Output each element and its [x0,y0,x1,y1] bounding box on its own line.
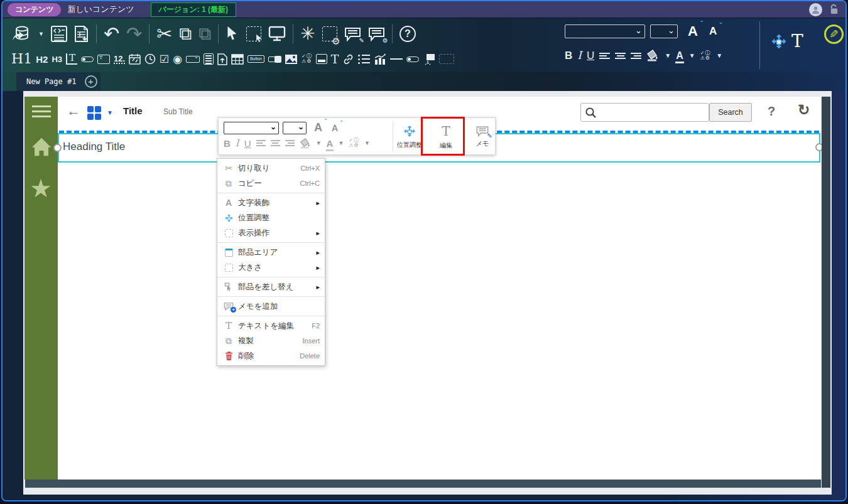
search-button[interactable]: Search [709,103,752,122]
menu-item-position-adjust[interactable]: 位置調整 [217,210,325,225]
copy-widget-button[interactable]: ⧉ [179,25,192,43]
menu-item-cut[interactable]: ✂ 切り取り Ctrl+X [217,161,325,176]
menu-item-duplicate[interactable]: ⧉ 複製 Insert [217,333,325,348]
number-field-button[interactable]: 12. [114,55,125,64]
caret-down-icon[interactable]: ▼ [107,109,113,116]
caret-down-icon[interactable]: ▼ [689,52,695,59]
capsule-button[interactable] [406,56,419,62]
menu-item-add-memo[interactable]: + メモを追加 [217,299,325,314]
underline-button[interactable]: U [587,50,594,61]
menu-hamburger-icon[interactable] [32,105,51,117]
textbox-button[interactable]: T [97,55,110,64]
cut-button[interactable]: ✂ [156,24,172,43]
underline-button[interactable]: U [244,138,251,149]
font-increase-button[interactable]: Aˆ [688,23,698,40]
star-icon[interactable]: ★ [30,176,52,201]
caret-down-icon[interactable]: ▼ [364,140,370,146]
replace-parts-button[interactable] [423,53,435,65]
memo-settings-button[interactable]: ⚙ [368,26,385,41]
memo-edit-button[interactable]: ✎ [344,26,361,41]
caret-down-icon[interactable]: ▼ [716,52,722,59]
time-field-button[interactable] [144,53,156,65]
refresh-icon[interactable]: ↻ [798,102,810,119]
caret-down-icon[interactable]: ▼ [665,52,671,59]
heading2-button[interactable]: H2 [36,55,48,64]
heading-text[interactable]: Heading Title [63,141,125,153]
redo-button[interactable]: ↷ [126,24,142,43]
fill-color-button[interactable] [300,138,311,149]
area-select-button[interactable] [246,26,261,41]
textfield-button[interactable]: T [66,53,77,65]
toggle-button[interactable] [268,56,281,62]
list-button[interactable] [358,55,370,64]
horizontal-scrollbar[interactable] [25,480,821,488]
undo-button[interactable]: ↶ [104,24,119,43]
refresh-parts-button[interactable]: ✳ [300,25,315,43]
checkbox-button[interactable]: ☑ [160,54,169,65]
menu-item-parts-area[interactable]: 部品エリア ▸ [217,245,325,260]
horizontal-rule-button[interactable] [390,58,403,60]
menu-item-size[interactable]: 大きさ ▸ [217,260,325,275]
chart-button[interactable] [374,53,386,65]
file-upload-button[interactable] [217,53,227,65]
bold-button[interactable]: B [224,138,231,149]
back-button[interactable]: ← [67,104,80,118]
font-color-button[interactable]: A [327,138,334,149]
menu-item-text-decoration[interactable]: A 文字装飾 ▸ [217,195,325,210]
help-button[interactable]: ? [400,26,416,42]
font-color-button[interactable]: A [676,51,683,61]
select-mode-button[interactable] [226,26,239,42]
heading3-button[interactable]: H3 [52,55,62,63]
home-icon[interactable] [31,137,52,157]
search-input[interactable] [600,104,705,121]
table-button[interactable] [231,54,244,65]
tab-new-page-1[interactable]: New Page #1 [16,72,86,91]
font-increase-button[interactable]: Aˆ [314,121,322,134]
resize-handle-left[interactable] [53,144,62,152]
menu-item-copy[interactable]: ⧉ コピー Ctrl+C [217,176,325,191]
menu-item-edit-text[interactable]: T テキストを編集 F2 [217,318,325,333]
move-tool-icon[interactable] [770,33,788,50]
preview-button[interactable] [268,26,286,42]
italic-button[interactable]: I [236,137,239,149]
source-view-button[interactable] [51,25,67,43]
text-button[interactable]: T [331,53,339,65]
menu-item-delete[interactable]: 削除 Delete [217,348,325,363]
select-field-button[interactable]: ⌄ [186,56,200,63]
caret-down-icon[interactable]: ▼ [316,140,322,146]
validation-button[interactable]: ✓ⓘ⚠⚙ [302,54,312,64]
menu-item-replace-parts[interactable]: 部品を差し替え ▸ [217,279,325,294]
lock-open-icon[interactable] [829,4,839,15]
italic-button[interactable]: I [577,50,582,61]
vertical-scrollbar[interactable] [822,97,830,488]
align-center-button[interactable] [271,140,280,146]
align-right-button[interactable] [631,53,641,59]
font-size-select[interactable]: ⌄ [650,24,678,38]
bold-button[interactable]: B [565,50,572,61]
menu-item-display-operation[interactable]: 表示操作 ▸ [217,225,325,240]
panel-button[interactable] [316,54,327,64]
button-widget-button[interactable]: Button [247,55,264,63]
publish-caret-icon[interactable]: ▼ [38,31,44,37]
area-placeholder-button[interactable] [439,54,454,64]
align-left-button[interactable] [599,53,610,59]
area-settings-button[interactable]: ⚙ [322,26,337,41]
publish-button[interactable] [11,25,30,43]
align-center-button[interactable] [615,53,626,59]
validation-settings-button[interactable]: ✓ⓘ⚠⚙ [700,51,711,61]
edit-mode-button[interactable]: ✎ [824,24,844,44]
user-avatar[interactable] [809,3,822,16]
font-family-select[interactable]: ⌄ [224,122,279,134]
fill-color-button[interactable] [646,50,659,62]
export-table-button[interactable] [74,25,89,43]
heading1-button[interactable]: H1 [11,52,32,66]
font-size-select[interactable]: ⌄ [283,122,307,134]
link-button[interactable] [342,53,354,65]
validation-settings-button[interactable]: ✓ⓘ⚠⚙ [349,138,359,148]
memo-button[interactable]: ✎ メモ [466,122,499,152]
text-tool-icon[interactable]: T [791,31,803,51]
caret-down-icon[interactable]: ▼ [338,140,344,146]
add-page-button[interactable]: + [81,72,101,91]
image-button[interactable] [285,54,298,65]
font-family-select[interactable]: ⌄ [565,24,645,38]
